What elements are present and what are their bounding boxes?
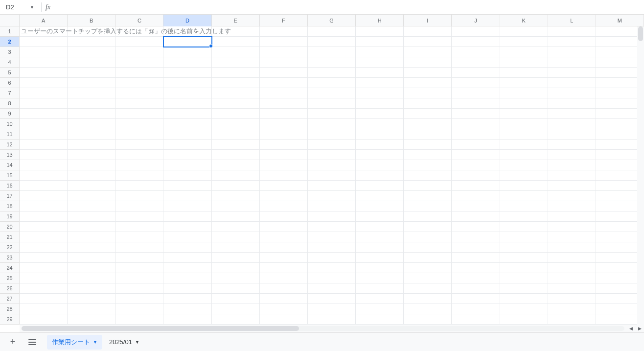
row-header-12[interactable]: 12 (0, 140, 19, 150)
cell-J7[interactable] (452, 88, 500, 98)
cell-F8[interactable] (260, 98, 308, 109)
cell-D9[interactable] (163, 109, 211, 119)
cell-E8[interactable] (212, 98, 260, 109)
cell-E26[interactable] (212, 283, 260, 294)
cell-C20[interactable] (115, 222, 163, 232)
cell-I17[interactable] (404, 191, 452, 201)
cell-A1[interactable]: ユーザーのスマートチップを挿入するには「@」の後に名前を入力します (20, 26, 68, 37)
cell-H28[interactable] (356, 304, 404, 314)
row-header-18[interactable]: 18 (0, 201, 19, 211)
row-header-25[interactable]: 25 (0, 273, 19, 283)
cell-I19[interactable] (404, 211, 452, 222)
row-header-2[interactable]: 2 (0, 37, 19, 47)
cell-J4[interactable] (452, 57, 500, 68)
cell-F16[interactable] (260, 181, 308, 191)
cell-G3[interactable] (308, 47, 356, 57)
cell-A9[interactable] (20, 109, 68, 119)
cell-C5[interactable] (115, 68, 163, 78)
select-all-corner[interactable] (0, 15, 20, 26)
cell-G12[interactable] (308, 140, 356, 150)
cell-L11[interactable] (548, 129, 596, 140)
cell-G23[interactable] (308, 253, 356, 263)
cell-E10[interactable] (212, 119, 260, 129)
cell-G18[interactable] (308, 201, 356, 211)
cell-A26[interactable] (20, 283, 68, 294)
cell-E29[interactable] (212, 314, 260, 325)
cell-A22[interactable] (20, 242, 68, 253)
cell-J13[interactable] (452, 150, 500, 160)
cell-C21[interactable] (115, 232, 163, 242)
cell-D28[interactable] (163, 304, 211, 314)
cell-I25[interactable] (404, 273, 452, 283)
cell-C10[interactable] (115, 119, 163, 129)
cell-G29[interactable] (308, 314, 356, 325)
cell-B21[interactable] (68, 232, 115, 242)
cell-D17[interactable] (163, 191, 211, 201)
cell-K15[interactable] (500, 170, 548, 181)
cell-L17[interactable] (548, 191, 596, 201)
cell-K16[interactable] (500, 181, 548, 191)
cell-K20[interactable] (500, 222, 548, 232)
cell-I15[interactable] (404, 170, 452, 181)
cell-D10[interactable] (163, 119, 211, 129)
add-sheet-button[interactable]: + (6, 335, 20, 349)
row-header-10[interactable]: 10 (0, 119, 19, 129)
row-header-26[interactable]: 26 (0, 283, 19, 294)
cell-F10[interactable] (260, 119, 308, 129)
cell-C12[interactable] (115, 140, 163, 150)
cell-K13[interactable] (500, 150, 548, 160)
cell-L19[interactable] (548, 211, 596, 222)
cell-H24[interactable] (356, 263, 404, 273)
cell-L10[interactable] (548, 119, 596, 129)
cell-C9[interactable] (115, 109, 163, 119)
cell-B18[interactable] (68, 201, 115, 211)
cell-E6[interactable] (212, 78, 260, 88)
cell-G7[interactable] (308, 88, 356, 98)
row-header-9[interactable]: 9 (0, 109, 19, 119)
cell-G1[interactable] (308, 26, 356, 37)
cell-J2[interactable] (452, 37, 500, 47)
cell-K1[interactable] (500, 26, 548, 37)
cell-B9[interactable] (68, 109, 115, 119)
row-header-6[interactable]: 6 (0, 78, 19, 88)
cell-B6[interactable] (68, 78, 115, 88)
cell-F9[interactable] (260, 109, 308, 119)
cell-H4[interactable] (356, 57, 404, 68)
cell-K14[interactable] (500, 160, 548, 170)
cell-L29[interactable] (548, 314, 596, 325)
cell-J8[interactable] (452, 98, 500, 109)
cell-K27[interactable] (500, 294, 548, 304)
cell-A11[interactable] (20, 129, 68, 140)
cell-D24[interactable] (163, 263, 211, 273)
cell-C22[interactable] (115, 242, 163, 253)
cell-F27[interactable] (260, 294, 308, 304)
cell-C16[interactable] (115, 181, 163, 191)
cell-A4[interactable] (20, 57, 68, 68)
cell-A28[interactable] (20, 304, 68, 314)
cell-I12[interactable] (404, 140, 452, 150)
cell-G6[interactable] (308, 78, 356, 88)
cell-E14[interactable] (212, 160, 260, 170)
cell-I6[interactable] (404, 78, 452, 88)
cell-A10[interactable] (20, 119, 68, 129)
cell-J25[interactable] (452, 273, 500, 283)
cell-I5[interactable] (404, 68, 452, 78)
cell-L27[interactable] (548, 294, 596, 304)
cell-J1[interactable] (452, 26, 500, 37)
cell-L24[interactable] (548, 263, 596, 273)
cell-A16[interactable] (20, 181, 68, 191)
cell-G13[interactable] (308, 150, 356, 160)
cell-C8[interactable] (115, 98, 163, 109)
cell-L28[interactable] (548, 304, 596, 314)
cell-J12[interactable] (452, 140, 500, 150)
cell-L8[interactable] (548, 98, 596, 109)
cell-F22[interactable] (260, 242, 308, 253)
cells-area[interactable]: ユーザーのスマートチップを挿入するには「@」の後に名前を入力します (20, 26, 644, 325)
cell-I2[interactable] (404, 37, 452, 47)
cell-E16[interactable] (212, 181, 260, 191)
cell-K7[interactable] (500, 88, 548, 98)
cell-K29[interactable] (500, 314, 548, 325)
cell-B17[interactable] (68, 191, 115, 201)
cell-J26[interactable] (452, 283, 500, 294)
cell-F15[interactable] (260, 170, 308, 181)
